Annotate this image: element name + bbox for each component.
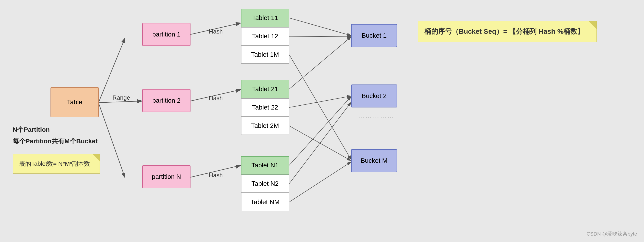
svg-line-12 xyxy=(289,96,351,165)
tabletN1-label: Tablet N1 xyxy=(252,162,278,169)
dots-separator: …………… xyxy=(358,112,395,120)
tablet22-box: Tablet 22 xyxy=(241,98,289,117)
svg-line-11 xyxy=(289,126,351,161)
bottom-left-note: 表的Tablet数= N*M*副本数 xyxy=(12,154,100,174)
range-label: Range xyxy=(112,94,130,101)
hash-label-2: Hash xyxy=(209,94,223,102)
svg-line-7 xyxy=(289,36,351,37)
partition2-box: partition 2 xyxy=(142,89,190,112)
left-note-line2: 每个Partition共有M个Bucket xyxy=(12,136,98,147)
tablet21-label: Tablet 21 xyxy=(252,86,278,93)
svg-line-8 xyxy=(289,55,351,160)
svg-line-9 xyxy=(289,37,351,89)
diagram-container: Table partition 1 partition 2 partition … xyxy=(0,0,644,242)
tablet12-box: Tablet 12 xyxy=(241,27,289,46)
tablet22-label: Tablet 22 xyxy=(252,104,278,111)
partition1-label: partition 1 xyxy=(152,31,180,38)
right-note: 桶的序号（Bucket Seq）= 【分桶列 Hash %桶数】 xyxy=(418,21,597,42)
tabletN1-box: Tablet N1 xyxy=(241,156,289,174)
tablet2M-label: Tablet 2M xyxy=(251,122,279,130)
tablet11-box: Tablet 11 xyxy=(241,9,289,27)
left-note: N个Partition 每个Partition共有M个Bucket xyxy=(12,124,98,147)
hash-label-1: Hash xyxy=(209,28,223,35)
table-box: Table xyxy=(50,87,99,117)
bucket1-label: Bucket 1 xyxy=(362,32,387,39)
tablet11-label: Tablet 11 xyxy=(252,14,278,22)
partitionN-label: partition N xyxy=(152,173,181,180)
right-note-text: 桶的序号（Bucket Seq）= 【分桶列 Hash %桶数】 xyxy=(424,28,584,35)
bottom-left-note-text: 表的Tablet数= N*M*副本数 xyxy=(19,160,90,167)
tablet21-box: Tablet 21 xyxy=(241,80,289,98)
tablet1M-label: Tablet 1M xyxy=(251,51,279,58)
svg-line-10 xyxy=(289,96,351,108)
tabletNM-label: Tablet NM xyxy=(250,198,280,206)
left-note-line1: N个Partition xyxy=(12,124,98,136)
tabletN2-label: Tablet N2 xyxy=(252,180,278,187)
tablet2M-box: Tablet 2M xyxy=(241,117,289,135)
svg-line-2 xyxy=(99,103,125,178)
svg-line-1 xyxy=(99,101,142,103)
table-label: Table xyxy=(67,98,82,106)
svg-line-6 xyxy=(289,18,351,36)
tablet1M-box: Tablet 1M xyxy=(241,46,289,64)
bucket2-label: Bucket 2 xyxy=(362,92,387,100)
hash-label-3: Hash xyxy=(209,172,223,179)
tablet12-label: Tablet 12 xyxy=(252,32,278,40)
bucket1-box: Bucket 1 xyxy=(351,24,397,47)
partition1-box: partition 1 xyxy=(142,23,190,46)
tabletN2-box: Tablet N2 xyxy=(241,174,289,193)
tabletNM-box: Tablet NM xyxy=(241,193,289,211)
svg-line-14 xyxy=(289,162,351,202)
watermark: CSDN @爱吃辣条byte xyxy=(586,230,637,238)
svg-line-13 xyxy=(289,102,351,184)
partition2-label: partition 2 xyxy=(152,97,180,104)
bucketM-box: Bucket M xyxy=(351,149,397,172)
bucketM-label: Bucket M xyxy=(361,157,388,164)
svg-line-0 xyxy=(99,38,125,102)
bucket2-box: Bucket 2 xyxy=(351,84,397,108)
partitionN-box: partition N xyxy=(142,165,190,188)
